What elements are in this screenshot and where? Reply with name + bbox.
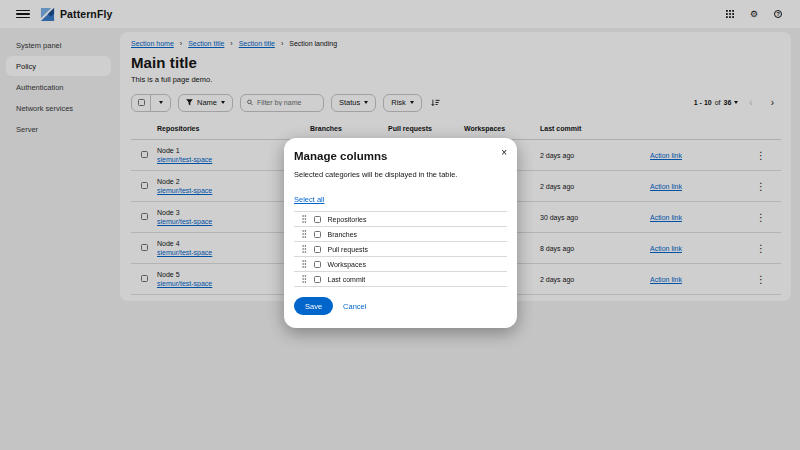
column-checkbox[interactable] <box>314 231 321 238</box>
column-item-last-commit: Last commit <box>294 272 507 287</box>
modal-title: Manage columns <box>294 150 507 162</box>
grip-vertical-icon <box>302 230 307 238</box>
cancel-button[interactable]: Cancel <box>343 302 366 311</box>
column-item-repositories: Repositories <box>294 212 507 227</box>
column-item-branches: Branches <box>294 227 507 242</box>
column-list: RepositoriesBranchesPull requestsWorkspa… <box>294 211 507 287</box>
drag-handle[interactable] <box>302 260 307 268</box>
grip-vertical-icon <box>302 245 307 253</box>
manage-columns-modal: × Manage columns Selected categories wil… <box>284 138 517 328</box>
column-label: Repositories <box>328 216 367 223</box>
drag-handle[interactable] <box>302 245 307 253</box>
column-label: Pull requests <box>328 246 368 253</box>
column-checkbox[interactable] <box>314 261 321 268</box>
save-button[interactable]: Save <box>294 297 333 315</box>
drag-handle[interactable] <box>302 275 307 283</box>
drag-handle[interactable] <box>302 215 307 223</box>
column-label: Workspaces <box>328 261 366 268</box>
column-label: Last commit <box>328 276 366 283</box>
select-all-link[interactable]: Select all <box>294 195 324 204</box>
close-icon[interactable]: × <box>501 148 507 158</box>
column-label: Branches <box>328 231 358 238</box>
grip-vertical-icon <box>302 215 307 223</box>
column-checkbox[interactable] <box>314 276 321 283</box>
drag-handle[interactable] <box>302 230 307 238</box>
column-checkbox[interactable] <box>314 216 321 223</box>
column-item-pull-requests: Pull requests <box>294 242 507 257</box>
column-item-workspaces: Workspaces <box>294 257 507 272</box>
grip-vertical-icon <box>302 260 307 268</box>
grip-vertical-icon <box>302 275 307 283</box>
column-checkbox[interactable] <box>314 246 321 253</box>
modal-description: Selected categories will be displayed in… <box>294 170 507 179</box>
modal-footer: Save Cancel <box>294 297 507 315</box>
